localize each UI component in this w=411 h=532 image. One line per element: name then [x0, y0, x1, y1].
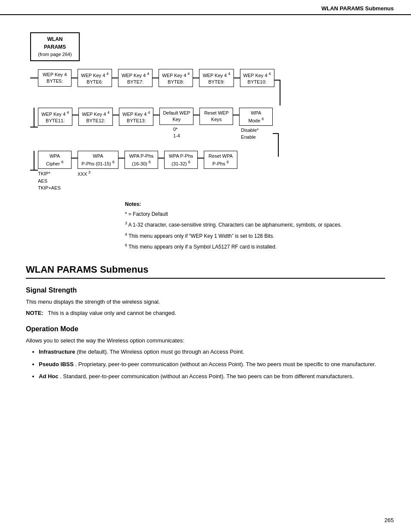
signal-strength-note-label: NOTE:	[26, 310, 43, 316]
note-factory-text: * = Factory Default	[125, 211, 168, 217]
reset-wep-l2: Keys	[211, 116, 221, 123]
notes-title: Notes:	[125, 200, 385, 208]
row1-lead-line	[30, 78, 38, 78]
wep-key4-byte5-box: WEP Key 4 BYTE5:	[38, 69, 72, 87]
reset-wep-l1: Reset WEP	[204, 110, 229, 116]
r3-h2	[118, 158, 125, 159]
wpa-pphs1-l1: WPA	[93, 153, 103, 159]
r2-h5	[233, 115, 239, 115]
section-title: WLAN PARAMS Submenus	[26, 264, 385, 279]
h-arrow-1	[72, 78, 78, 78]
wep-key4-byte7-l2: BYTE7:	[127, 79, 143, 85]
row1-container: WEP Key 4 BYTE5: WEP Key 4 4 BYTE6: WEP …	[30, 69, 280, 87]
default-wep-val1: 0*	[173, 126, 180, 133]
r3-h3	[158, 158, 164, 159]
r2-h3	[153, 115, 159, 115]
cipher-val1: TKIP*	[38, 170, 61, 177]
row3-container: WPA Cipher 6 TKIP* AES TKIP+AES WPA P-Ph…	[30, 151, 237, 192]
signal-strength-title: Signal Strength	[26, 286, 385, 294]
wep-key4-byte9-box: WEP Key 4 4 BYTE9:	[199, 69, 234, 87]
wep-key4-byte9-l2: BYTE9:	[208, 79, 224, 85]
row2-boxes: WEP Key 4 4 BYTE11: WEP Key 4 4 BYTE12: …	[38, 108, 279, 140]
main-content: WLAN PARAMS (from page 264) WEP Key 4 BY…	[0, 15, 411, 397]
cipher-val3: TKIP+AES	[38, 184, 61, 192]
page-header: WLAN PARAMS Submenus	[0, 0, 411, 15]
cipher-val2: AES	[38, 177, 61, 185]
row1-boxes: WEP Key 4 BYTE5: WEP Key 4 4 BYTE6: WEP …	[38, 69, 280, 87]
diagram-area: WLAN PARAMS (from page 264) WEP Key 4 BY…	[26, 32, 385, 196]
wep-key4-byte8-box: WEP Key 4 4 BYTE8:	[159, 69, 193, 87]
wep-key4-byte11-l1: WEP Key 4 4	[41, 110, 69, 118]
wep-key4-byte10-l1: WEP Key 4 4	[243, 71, 271, 79]
h-arrow-5	[234, 78, 240, 78]
note-4: 4 This menu appears only if “WEP Key 1 W…	[125, 231, 385, 240]
row2-hline	[30, 127, 38, 128]
wpa-pphs2-box: WPA P-Phs (16-30) 6	[125, 151, 158, 169]
wlan-params-line1: WLAN	[35, 35, 75, 43]
wlan-params-line2: PARAMS	[35, 43, 75, 51]
row2-container: WEP Key 4 4 BYTE11: WEP Key 4 4 BYTE12: …	[30, 108, 279, 140]
default-wep-vals: 0* 1-4	[173, 126, 180, 140]
wpa-pphs3-l1: WPA P-Phs	[169, 153, 193, 159]
row3-hline	[30, 170, 38, 171]
wep-key4-byte11-box: WEP Key 4 4 BYTE11:	[38, 108, 72, 126]
wpa-cipher-l1: WPA	[50, 153, 60, 159]
note-factory-default: * = Factory Default	[125, 210, 385, 218]
bullet-adhoc: Ad Hoc . Standard, peer-to-peer communic…	[39, 372, 385, 381]
wpa-pphs3-box: WPA P-Phs (31-32) 6	[164, 151, 198, 169]
r2-h1	[72, 115, 78, 115]
reset-wpa-pphs-l1: Reset WPA	[209, 153, 233, 159]
bullet-infrastructure-rest: (the default). The Wireless option must …	[77, 348, 244, 355]
wep-key4-byte12-l2: BYTE12:	[86, 118, 105, 124]
header-title: WLAN PARAMS Submenus	[321, 5, 394, 12]
wep-key4-byte11-l2: BYTE11:	[46, 118, 65, 124]
wep-key4-byte5-l1: WEP Key 4	[43, 72, 67, 78]
wpa-pphs1-vals: XXX 3	[78, 170, 90, 177]
wep-key4-byte8-l1: WEP Key 4 4	[162, 71, 190, 79]
wep-key4-byte9-l1: WEP Key 4 4	[202, 71, 230, 79]
bullet-pseudo-ibss-bold: Pseudo IBSS	[39, 361, 74, 367]
reset-wep-box: Reset WEP Keys	[199, 108, 233, 125]
row3-boxes: WPA Cipher 6 TKIP* AES TKIP+AES WPA P-Ph…	[38, 151, 237, 192]
note-6: 6 This menu appears only if a Symbol LA5…	[125, 242, 385, 251]
h-arrow-4	[193, 78, 199, 78]
wlan-params-box: WLAN PARAMS (from page 264)	[30, 32, 80, 61]
wpa-cipher-vals: TKIP* AES TKIP+AES	[38, 170, 61, 192]
default-wep-l2: Key	[172, 116, 181, 123]
row3-left	[30, 151, 38, 171]
bullet-adhoc-rest: . Standard, peer-to-peer communication (…	[60, 373, 354, 380]
signal-strength-note-text	[45, 310, 47, 316]
operation-mode-list: Infrastructure (the default). The Wirele…	[39, 348, 385, 380]
bullet-pseudo-ibss: Pseudo IBSS . Proprietary, peer-to-peer …	[39, 360, 385, 369]
operation-mode-intro: Allows you to select the way the Wireles…	[26, 336, 385, 345]
wpa-cipher-l2: Cipher 6	[46, 159, 63, 167]
wlan-params-line3: (from page 264)	[35, 51, 75, 58]
wep-key4-byte10-l2: BYTE10:	[248, 79, 267, 85]
notes-section: Notes: * = Factory Default 3 A 1-32 char…	[125, 200, 385, 251]
wpa-mode-val2: Enable	[241, 134, 258, 140]
operation-mode-title: Operation Mode	[26, 325, 385, 333]
r3-h1	[72, 158, 78, 159]
wep-key4-byte12-l1: WEP Key 4 4	[82, 110, 109, 118]
wpa-pphs3-l2: (31-32) 6	[171, 159, 190, 167]
wep-key4-byte10-box: WEP Key 4 4 BYTE10:	[240, 69, 274, 87]
wpa-mode-box: WPA Mode 6	[239, 108, 273, 126]
wep-key4-byte13-l1: WEP Key 4 4	[122, 110, 150, 118]
wpa-mode-group: WPA Mode 6 Disable* Enable	[239, 108, 273, 140]
signal-strength-body: This menu displays the strength of the w…	[26, 298, 385, 306]
wpa-mode-vals: Disable* Enable	[241, 127, 258, 140]
page-number: 265	[384, 517, 394, 523]
wpa-mode-l1: WPA	[251, 110, 261, 116]
pphs1-val: XXX 3	[78, 170, 90, 177]
wep-key4-byte13-l2: BYTE13:	[127, 118, 146, 124]
wpa-pphs1-box: WPA P-Phs (01-15) 6	[78, 151, 118, 169]
wpa-pphs2-l1: WPA P-Phs	[129, 153, 154, 159]
r3-h4	[198, 158, 204, 159]
bullet-pseudo-ibss-rest: . Proprietary, peer-to-peer communicatio…	[75, 361, 376, 367]
r2-h2	[113, 115, 119, 115]
wep-key4-byte7-box: WEP Key 4 4 BYTE7:	[118, 69, 153, 87]
wep-key4-byte12-box: WEP Key 4 4 BYTE12:	[78, 108, 113, 126]
reset-wpa-pphs-box: Reset WPA P-Phs 6	[204, 151, 237, 169]
bullet-adhoc-bold: Ad Hoc	[39, 373, 59, 380]
h-arrow-2	[112, 78, 118, 78]
